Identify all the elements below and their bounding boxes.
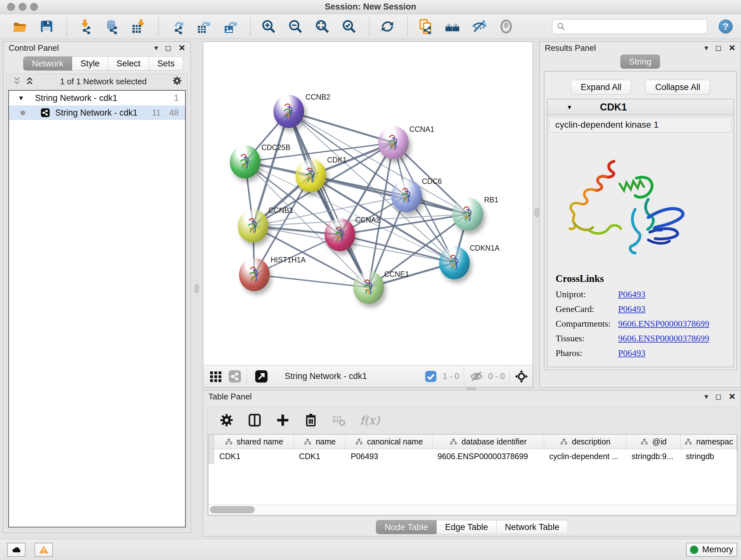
network-node-ccnb2[interactable] [273, 95, 304, 128]
export-table-icon[interactable] [195, 18, 212, 35]
network-node-ccnb1[interactable] [238, 209, 268, 243]
warning-button[interactable] [35, 543, 53, 557]
add-column-icon[interactable] [276, 413, 290, 427]
collapse-entry-icon[interactable]: ▾ [568, 103, 571, 111]
network-row-selected[interactable]: String Network - cdk1 11 48 [9, 105, 185, 120]
zoom-fit-content-icon[interactable] [314, 18, 331, 35]
selected-checkbox-icon[interactable] [423, 369, 438, 384]
expand-all-button[interactable]: Expand All [571, 80, 631, 95]
zoom-in-icon[interactable] [260, 18, 277, 35]
network-node-ccna2[interactable] [325, 218, 355, 251]
zoom-selected-icon[interactable] [341, 18, 357, 35]
network-node-cdc25b[interactable] [230, 145, 260, 179]
tab-node-table[interactable]: Node Table [376, 520, 436, 534]
gear-icon[interactable] [219, 413, 233, 427]
table-cell[interactable]: CDK1 [294, 449, 346, 464]
open-session-icon[interactable] [11, 18, 28, 35]
show-all-icon[interactable] [498, 18, 515, 35]
table-cell[interactable]: P06493 [346, 449, 432, 464]
new-network-from-selection-icon[interactable] [417, 18, 434, 35]
tree-expand-icon[interactable]: ▼ [18, 95, 24, 102]
crosslink-link[interactable]: P06493 [618, 302, 646, 316]
cloud-button[interactable] [7, 543, 25, 557]
tab-network[interactable]: Network [23, 57, 72, 71]
show-columns-icon[interactable] [248, 413, 262, 427]
crosslink-link[interactable]: 9606.ENSP00000378699 [618, 316, 709, 331]
collapse-panel-icon[interactable]: ▾ [154, 44, 158, 52]
tab-style[interactable]: Style [72, 57, 108, 71]
grid-mode-icon[interactable] [208, 369, 223, 384]
crosslink-link[interactable]: P06493 [618, 346, 646, 361]
network-node-cdkn1a[interactable] [439, 246, 470, 279]
hide-selected-icon[interactable] [471, 18, 488, 35]
scrollbar-thumb[interactable] [210, 506, 255, 513]
close-panel-icon[interactable]: ✕ [729, 44, 736, 52]
collapse-panel-icon[interactable]: ▾ [704, 44, 708, 52]
table-cell[interactable]: stringdb:9... [626, 449, 681, 464]
export-image-icon[interactable] [222, 18, 239, 35]
network-view-icon[interactable] [227, 369, 242, 384]
network-canvas[interactable]: CCNB2CCNA1CDC25BCDK1CDC6RB1CCNB1CCNA2CDK… [203, 42, 533, 365]
crosslink-link[interactable]: 9606.ENSP00000378699 [618, 331, 709, 346]
collapse-all-button[interactable]: Collapse All [645, 80, 710, 95]
column-header--id[interactable]: @id [626, 435, 681, 449]
close-panel-icon[interactable]: ✕ [179, 44, 185, 52]
float-panel-icon[interactable]: ◻ [165, 44, 172, 52]
tab-sets[interactable]: Sets [149, 57, 183, 71]
delete-column-icon[interactable] [304, 413, 318, 427]
network-node-cdk1[interactable] [295, 159, 326, 192]
save-session-icon[interactable] [38, 18, 55, 35]
import-table-icon[interactable] [130, 18, 147, 35]
network-node-hist1h1a[interactable] [239, 258, 270, 291]
node-details-header[interactable]: ▾ CDK1 [547, 99, 734, 115]
birdseye-icon[interactable] [514, 369, 529, 384]
splitter-grip[interactable] [195, 284, 199, 293]
column-header-database-identifier[interactable]: database identifier [432, 435, 544, 449]
column-header-name[interactable]: name [294, 435, 346, 449]
apply-layout-icon[interactable] [379, 18, 396, 35]
network-node-ccna1[interactable] [378, 126, 409, 159]
table-cell[interactable]: stringdb [681, 449, 737, 464]
network-node-ccne1[interactable] [353, 271, 384, 304]
tab-select[interactable]: Select [108, 57, 149, 71]
export-network-icon[interactable] [169, 18, 185, 35]
column-header-description[interactable]: description [544, 435, 626, 449]
import-network-icon[interactable] [77, 18, 93, 35]
table-cell[interactable]: 9606.ENSP00000378699 [432, 449, 544, 464]
zoom-out-icon[interactable] [287, 18, 304, 35]
window-close-icon[interactable] [7, 3, 15, 11]
window-zoom-icon[interactable] [30, 3, 38, 11]
network-node-cdc6[interactable] [391, 179, 422, 212]
float-panel-icon[interactable]: ◻ [715, 393, 722, 400]
memory-button[interactable]: Memory [686, 543, 737, 557]
splitter-grip[interactable] [535, 208, 539, 217]
tab-edge-table[interactable]: Edge Table [436, 520, 496, 534]
close-panel-icon[interactable]: ✕ [729, 392, 736, 401]
horizontal-scrollbar[interactable] [208, 504, 737, 515]
help-button[interactable]: ? [719, 19, 733, 34]
expand-all-icon[interactable] [25, 76, 35, 87]
network-collection-row[interactable]: ▼ String Network - cdk1 1 [9, 91, 185, 105]
crosslink-link[interactable]: P06493 [618, 287, 646, 302]
tab-network-table[interactable]: Network Table [496, 520, 568, 534]
import-network-database-icon[interactable] [104, 18, 120, 35]
column-header-namespac[interactable]: namespac [681, 435, 737, 449]
tab-string[interactable]: String [620, 55, 660, 69]
search-input[interactable] [552, 19, 707, 34]
table-cell[interactable]: CDK1 [214, 449, 294, 464]
table-cell[interactable]: cyclin-dependent ... [544, 449, 626, 464]
column-header-shared-name[interactable]: shared name [214, 435, 294, 449]
search-box [552, 19, 707, 34]
results-panel-title: Results Panel [545, 43, 596, 53]
row-header-gutter [208, 449, 214, 464]
column-header-canonical-name[interactable]: canonical name [346, 435, 432, 449]
collapse-all-icon[interactable] [12, 76, 22, 87]
float-panel-icon[interactable]: ◻ [715, 44, 722, 52]
network-node-rb1[interactable] [453, 198, 483, 231]
first-neighbors-icon[interactable] [444, 18, 461, 35]
collapse-panel-icon[interactable]: ▾ [704, 393, 708, 400]
gear-icon[interactable] [172, 76, 182, 87]
table-row[interactable]: CDK1CDK1P064939606.ENSP00000378699cyclin… [208, 449, 737, 464]
window-minimize-icon[interactable] [18, 3, 26, 11]
detach-view-icon[interactable] [254, 369, 269, 384]
